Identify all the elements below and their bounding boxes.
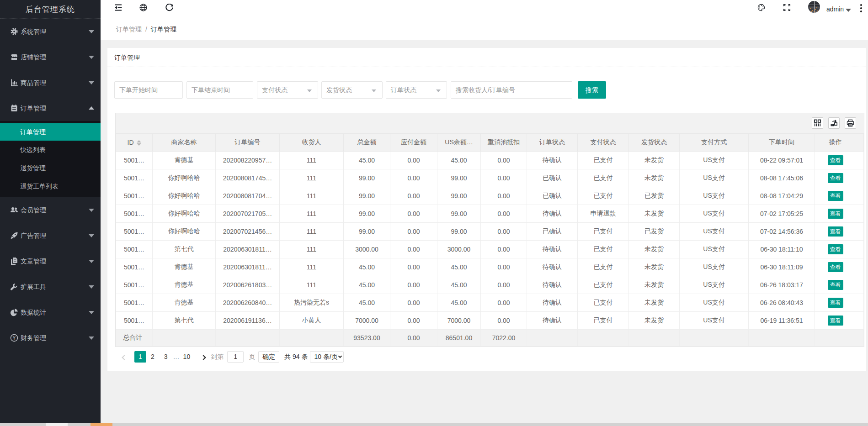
svg-text:¥: ¥ bbox=[12, 335, 16, 341]
